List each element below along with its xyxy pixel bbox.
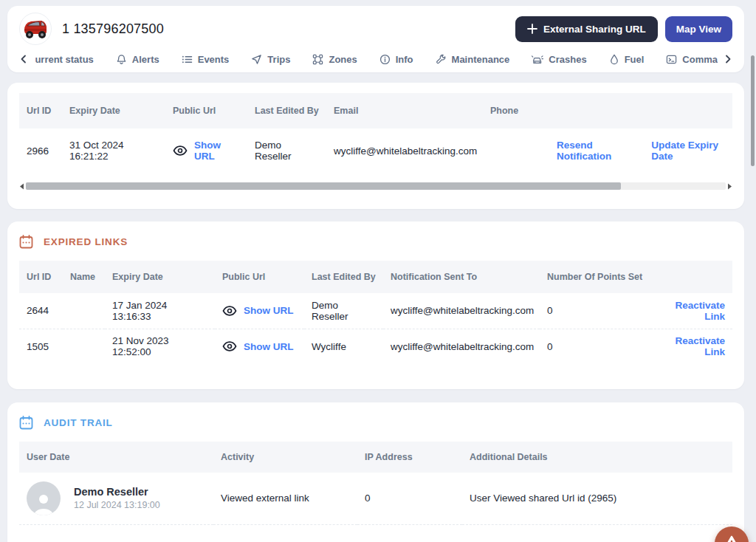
cell-last-edited-by: Demo Reseller (247, 128, 326, 173)
info-icon (379, 54, 391, 65)
cell-email: wycliffe@whitelabeltracking.com (326, 128, 483, 173)
tab-trips-label: Trips (267, 54, 290, 65)
cell-last-edited-by: Demo Reseller (304, 293, 383, 329)
cell-user-date: Demo Reseller 12 Jul 2024 13:19:00 (19, 473, 213, 524)
table-row: Demo Reseller 12 Jul 2024 13:19:00 Viewe… (19, 473, 732, 524)
reactivate-link[interactable]: Reactivate Link (675, 300, 725, 322)
col-additional-details: Additional Details (462, 442, 732, 473)
calendar-icon (19, 235, 33, 249)
table-row: 1505 21 Nov 2023 12:52:00 Show URL Wycli… (19, 329, 732, 364)
cell-expiry-date: 17 Jan 2024 13:16:33 (105, 293, 215, 329)
col-ip-address: IP Address (357, 442, 462, 473)
tab-maintenance-label: Maintenance (452, 54, 510, 65)
col-actions (549, 93, 732, 128)
external-sharing-url-button[interactable]: External Sharing URL (515, 16, 658, 42)
warning-fab-button[interactable] (715, 526, 749, 542)
expired-links-heading: EXPIRED LINKS (19, 235, 732, 249)
tab-current-status[interactable]: Current status (35, 54, 94, 65)
tab-strip: Current status Alerts Events Trips Zones… (35, 54, 718, 65)
audit-user-name: Demo Reseller (74, 486, 160, 498)
tab-crashes-label: Crashes (549, 54, 586, 65)
car-crash-icon (532, 54, 543, 65)
col-user-date: User Date (19, 442, 213, 473)
tab-fuel[interactable]: Fuel (609, 54, 645, 65)
tab-crashes[interactable]: Crashes (532, 54, 586, 65)
cell-expiry-date: 31 Oct 2024 16:21:22 (62, 128, 165, 173)
tab-commands[interactable]: Commands (666, 54, 718, 65)
cell-action: Reactivate Link (650, 329, 732, 364)
show-url-link[interactable]: Show URL (194, 140, 240, 162)
tab-maintenance[interactable]: Maintenance (436, 54, 510, 65)
triangle-right-icon (727, 183, 732, 190)
col-actions (650, 261, 732, 293)
tab-zones[interactable]: Zones (312, 54, 357, 65)
vehicle-header-card: 1 135796207500 External Sharing URL Map … (7, 6, 744, 72)
reactivate-link[interactable]: Reactivate Link (675, 335, 725, 357)
sharing-links-table: Url ID Expiry Date Public Url Last Edite… (19, 93, 732, 173)
cell-ip-address: 0 (357, 473, 462, 524)
terminal-icon (666, 54, 677, 65)
col-expiry-date: Expiry Date (62, 93, 165, 128)
expired-links-table: Url ID Name Expiry Date Public Url Last … (19, 261, 732, 364)
cell-activity: Viewed external link (213, 473, 357, 524)
audit-trail-title: AUDIT TRAIL (44, 417, 113, 428)
tab-commands-label: Commands (682, 54, 718, 65)
bell-icon (116, 54, 127, 65)
col-name: Name (63, 261, 105, 293)
cell-additional-details: User Viewed shared Url id (2965) (462, 473, 732, 524)
wrench-icon (436, 54, 447, 65)
tabs-scroll-right-button[interactable] (724, 55, 732, 64)
scroll-right-arrow[interactable] (727, 183, 732, 190)
audit-user-date: 12 Jul 2024 13:19:00 (74, 500, 160, 510)
eye-icon (222, 340, 237, 352)
scrollbar-track[interactable] (26, 182, 726, 190)
header-actions: External Sharing URL Map View (515, 16, 732, 42)
chevron-left-icon (19, 55, 28, 64)
warning-icon (723, 535, 740, 542)
audit-trail-card: AUDIT TRAIL User Date Activity IP Addres… (7, 402, 744, 542)
triangle-left-icon (19, 183, 24, 190)
show-url-link[interactable]: Show URL (244, 305, 294, 316)
col-email: Email (326, 93, 483, 128)
scroll-left-arrow[interactable] (19, 183, 24, 190)
cell-notification-sent-to: wycliffe@whitelabeltracking.com (383, 329, 540, 364)
cell-name (63, 329, 105, 364)
cell-public-url: Show URL (215, 329, 304, 364)
tab-alerts[interactable]: Alerts (116, 54, 159, 65)
list-icon (182, 54, 193, 65)
show-url-link[interactable]: Show URL (244, 341, 294, 352)
col-url-id: Url ID (19, 93, 62, 128)
tab-bar: Current status Alerts Events Trips Zones… (19, 47, 732, 71)
cell-points-set: 0 (540, 293, 650, 329)
table-row: 2644 17 Jan 2024 13:16:33 Show URL Demo … (19, 293, 732, 329)
eye-icon (173, 145, 188, 157)
tabs-scroll-left-button[interactable] (19, 55, 28, 64)
update-expiry-date-link[interactable]: Update Expiry Date (651, 140, 725, 162)
resend-notification-link[interactable]: Resend Notification (557, 140, 632, 162)
tab-current-status-label: Current status (35, 54, 94, 65)
cell-expiry-date: 21 Nov 2023 12:52:00 (105, 329, 215, 364)
cell-points-set: 0 (540, 329, 650, 364)
tab-events[interactable]: Events (182, 54, 230, 65)
sharing-links-card: Url ID Expiry Date Public Url Last Edite… (7, 83, 744, 209)
horizontal-scrollbar (19, 182, 732, 191)
cell-last-edited-by: Wycliffe (304, 329, 383, 364)
audit-trail-table: User Date Activity IP Address Additional… (19, 442, 732, 525)
page-scrollbar-thumb[interactable] (751, 55, 755, 166)
tab-trips[interactable]: Trips (251, 54, 290, 65)
tab-info[interactable]: Info (379, 54, 413, 65)
send-icon (251, 54, 262, 65)
calendar-icon (19, 416, 33, 430)
vehicle-title: 1 135796207500 (62, 21, 164, 37)
cell-name (63, 293, 105, 329)
table-header-row: Url ID Expiry Date Public Url Last Edite… (19, 93, 732, 128)
col-last-edited-by: Last Edited By (247, 93, 326, 128)
map-view-button[interactable]: Map View (665, 16, 732, 42)
table-header-row: User Date Activity IP Address Additional… (19, 442, 732, 473)
table-row: 2966 31 Oct 2024 16:21:22 Show URL Demo … (19, 128, 732, 173)
scrollbar-thumb[interactable] (26, 182, 621, 190)
expired-links-card: EXPIRED LINKS Url ID Name Expiry Date Pu… (7, 222, 744, 389)
col-url-id: Url ID (19, 261, 63, 293)
cell-actions: Resend Notification Update Expiry Date (549, 128, 732, 173)
external-sharing-url-label: External Sharing URL (543, 24, 646, 35)
